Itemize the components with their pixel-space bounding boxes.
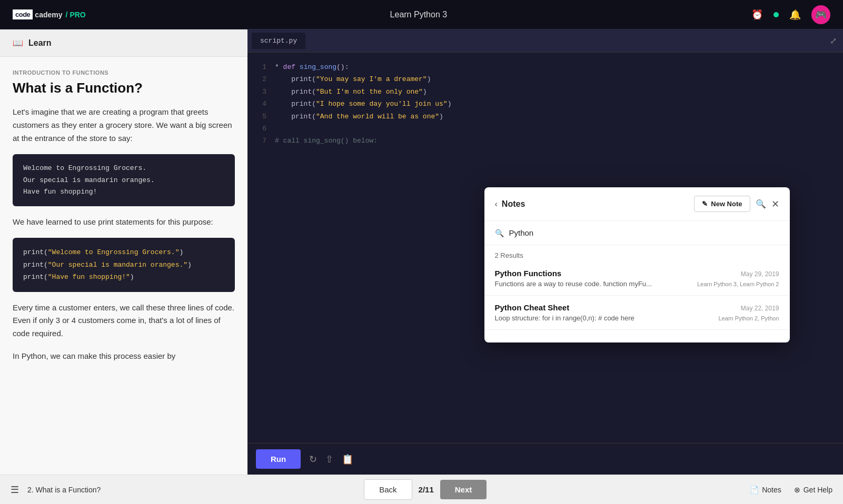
editor-tab-script[interactable]: script.py bbox=[252, 33, 305, 49]
expand-icon[interactable]: ⤢ bbox=[828, 34, 839, 48]
notes-icon: 📄 bbox=[750, 486, 759, 494]
code-line-6: print("Have fun shopping!") bbox=[23, 271, 224, 283]
logo-academy: cademy bbox=[35, 11, 62, 19]
code-line-3: Have fun shopping! bbox=[23, 186, 224, 198]
bell-icon[interactable]: 🔔 bbox=[789, 9, 801, 21]
code-line-row-3: 3 print("But I'm not the only one") bbox=[258, 86, 832, 98]
notes-header: ‹ Notes ✎ New Note 🔍 ✕ bbox=[484, 187, 790, 221]
bottom-right: 📄 Notes ⊗ Get Help bbox=[750, 486, 832, 494]
main-area: 📖 Learn INTRODUCTION TO FUNCTIONS What i… bbox=[0, 29, 843, 475]
paragraph-4: In Python, we can make this process easi… bbox=[13, 350, 235, 363]
note-title-1: Python Functions bbox=[495, 269, 562, 278]
notes-title-area: ‹ Notes bbox=[495, 199, 525, 209]
learn-header: 📖 Learn bbox=[0, 29, 247, 57]
note-date-1: May 29, 2019 bbox=[741, 270, 779, 278]
logo-code: code bbox=[13, 9, 33, 19]
notes-title: Notes bbox=[502, 199, 525, 209]
edit-icon: ✎ bbox=[702, 200, 708, 208]
editor-tab-bar: script.py ⤢ bbox=[247, 29, 843, 53]
bottom-center: Back 2/11 Next bbox=[364, 479, 487, 500]
notes-search-input[interactable] bbox=[509, 228, 779, 237]
new-note-button[interactable]: ✎ New Note bbox=[694, 196, 750, 212]
logo-pro: PRO bbox=[70, 11, 85, 19]
notes-overlay: ‹ Notes ✎ New Note 🔍 ✕ 🔍 2 Results bbox=[484, 187, 790, 342]
lesson-title: What is a Function? bbox=[13, 80, 235, 96]
note-title-2: Python Cheat Sheet bbox=[495, 303, 570, 312]
top-header: code cademy / PRO Learn Python 3 ⏰ 🔔 🎮 bbox=[0, 0, 843, 29]
note-date-2: May 22, 2019 bbox=[741, 305, 779, 312]
note-tags-2: Learn Python 2, Python bbox=[719, 315, 779, 321]
code-line-row-5: 5 print("And the world will be as one") bbox=[258, 110, 832, 123]
notes-search-toggle-icon[interactable]: 🔍 bbox=[756, 199, 766, 209]
share-icon[interactable]: ⇧ bbox=[325, 453, 333, 465]
book-icon: 📖 bbox=[13, 38, 23, 48]
header-icons: ⏰ 🔔 🎮 bbox=[751, 5, 830, 24]
left-panel: 📖 Learn INTRODUCTION TO FUNCTIONS What i… bbox=[0, 29, 247, 475]
logo-slash: / bbox=[66, 11, 68, 19]
paragraph-1: Let's imagine that we are creating a pro… bbox=[13, 106, 235, 145]
run-button[interactable]: Run bbox=[256, 449, 301, 469]
logo-area: code cademy / PRO bbox=[13, 9, 86, 19]
avatar[interactable]: 🎮 bbox=[811, 5, 830, 24]
code-block-2: print("Welcome to Engrossing Grocers.") … bbox=[13, 238, 235, 291]
notes-header-right: ✎ New Note 🔍 ✕ bbox=[694, 196, 779, 212]
code-line-2: Our special is mandarin oranges. bbox=[23, 175, 224, 186]
paragraph-2: We have learned to use print statements … bbox=[13, 216, 235, 229]
note-item[interactable]: Python Cheat Sheet May 22, 2019 Loop str… bbox=[484, 296, 790, 330]
notes-footer bbox=[484, 330, 790, 342]
bottom-left: ☰ 2. What is a Function? bbox=[11, 484, 101, 496]
status-dot bbox=[773, 12, 779, 17]
note-item-body-1: Functions are a way to reuse code. funct… bbox=[495, 280, 779, 288]
learn-label: Learn bbox=[28, 38, 52, 48]
note-preview-1: Functions are a way to reuse code. funct… bbox=[495, 280, 653, 288]
paragraph-3: Every time a customer enters, we call th… bbox=[13, 301, 235, 340]
header-title: Learn Python 3 bbox=[390, 10, 448, 19]
hamburger-icon[interactable]: ☰ bbox=[11, 484, 19, 496]
search-icon: 🔍 bbox=[495, 229, 504, 237]
results-count: 2 Results bbox=[484, 245, 790, 261]
help-icon: ⊗ bbox=[794, 486, 800, 494]
bottom-bar: ☰ 2. What is a Function? Back 2/11 Next … bbox=[0, 475, 843, 504]
next-button[interactable]: Next bbox=[440, 480, 487, 499]
notes-search-bar: 🔍 bbox=[484, 221, 790, 245]
code-line-row-6: 6 bbox=[258, 123, 832, 135]
note-item-body-2: Loop structure: for i in range(0,n): # c… bbox=[495, 314, 779, 322]
note-item-header-2: Python Cheat Sheet May 22, 2019 bbox=[495, 303, 779, 312]
code-line-1: Welcome to Engrossing Grocers. bbox=[23, 163, 224, 174]
code-line-4: print("Welcome to Engrossing Grocers.") bbox=[23, 246, 224, 258]
code-line-5: print("Our special is mandarin oranges."… bbox=[23, 259, 224, 271]
refresh-icon[interactable]: ↻ bbox=[309, 453, 317, 465]
lesson-content: INTRODUCTION TO FUNCTIONS What is a Func… bbox=[0, 57, 247, 475]
note-preview-2: Loop structure: for i in range(0,n): # c… bbox=[495, 314, 653, 322]
notes-back-icon[interactable]: ‹ bbox=[495, 199, 498, 209]
note-item[interactable]: Python Functions May 29, 2019 Functions … bbox=[484, 261, 790, 296]
back-button[interactable]: Back bbox=[364, 479, 412, 500]
editor-toolbar: Run ↻ ⇧ 📋 bbox=[247, 443, 843, 475]
timer-icon[interactable]: ⏰ bbox=[751, 9, 763, 21]
code-line-row-1: 1 * def sing_song(): bbox=[258, 61, 832, 73]
code-line-row-2: 2 print("You may say I'm a dreamer") bbox=[258, 73, 832, 85]
clipboard-icon[interactable]: 📋 bbox=[342, 453, 353, 465]
notes-button[interactable]: 📄 Notes bbox=[750, 486, 781, 494]
right-panel: script.py ⤢ 1 * def sing_song(): 2 print… bbox=[247, 29, 843, 475]
notes-close-icon[interactable]: ✕ bbox=[771, 198, 779, 210]
section-label: INTRODUCTION TO FUNCTIONS bbox=[13, 69, 235, 76]
code-line-row-4: 4 print("I hope some day you'll join us"… bbox=[258, 98, 832, 110]
code-line-row-7: 7 # call sing_song() below: bbox=[258, 135, 832, 147]
note-item-header: Python Functions May 29, 2019 bbox=[495, 269, 779, 278]
get-help-button[interactable]: ⊗ Get Help bbox=[794, 486, 832, 494]
code-block-1: Welcome to Engrossing Grocers. Our speci… bbox=[13, 154, 235, 206]
lesson-nav-label: 2. What is a Function? bbox=[27, 486, 101, 494]
note-tags-1: Learn Python 3, Learn Python 2 bbox=[697, 281, 779, 287]
progress-label: 2/11 bbox=[419, 485, 434, 494]
